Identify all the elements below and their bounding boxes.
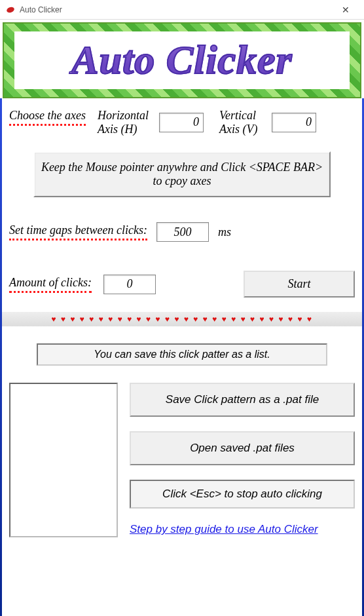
window-titlebar: Auto Clicker ✕ [0, 0, 364, 20]
right-column: Save Click pattern as a .pat file Open s… [130, 383, 355, 537]
close-icon[interactable]: ✕ [333, 5, 359, 15]
v-axis-group: Vertical Axis (V) [219, 109, 316, 136]
axes-row: Choose the axes Horizontal Axis (H) Vert… [9, 109, 355, 136]
time-gap-row: Set time gaps between clicks: ms [9, 222, 355, 242]
save-hint-box: You can save this click patter as a list… [37, 343, 328, 366]
copy-axes-hint: Keep the Mouse pointer anywhre and Click… [33, 151, 331, 197]
banner-title: Auto Clicker [71, 37, 293, 83]
pattern-listbox[interactable] [9, 383, 118, 537]
svg-point-0 [6, 6, 15, 14]
esc-hint: Click <Esc> to stop auto clicking [130, 480, 355, 509]
v-axis-input[interactable] [272, 113, 316, 132]
h-axis-group: Horizontal Axis (H) [98, 109, 204, 136]
divider-hearts: ♥ ♥ ♥ ♥ ♥ ♥ ♥ ♥ ♥ ♥ ♥ ♥ ♥ ♥ ♥ ♥ ♥ ♥ ♥ ♥ … [0, 312, 364, 326]
save-pattern-button[interactable]: Save Click pattern as a .pat file [130, 383, 355, 417]
time-gap-input[interactable] [156, 222, 209, 242]
h-axis-text: Horizontal Axis (H) [98, 109, 156, 136]
h-axis-label: Horizontal Axis (H) [98, 109, 156, 136]
choose-axes-label: Choose the axes [9, 109, 86, 126]
time-gap-unit: ms [218, 225, 231, 239]
open-pattern-button[interactable]: Open saved .pat files [130, 431, 355, 465]
window-title: Auto Clicker [20, 5, 333, 14]
clicks-input[interactable] [103, 275, 156, 294]
main-content: Choose the axes Horizontal Axis (H) Vert… [0, 98, 364, 298]
h-axis-input[interactable] [159, 113, 204, 132]
app-icon [5, 5, 16, 15]
v-axis-text: Vertical Axis (V) [219, 109, 269, 136]
decoration [0, 98, 2, 616]
time-gap-label: Set time gaps between clicks: [9, 223, 147, 241]
clicks-row: Amount of clicks: Start [9, 271, 355, 298]
start-button[interactable]: Start [244, 271, 355, 298]
v-axis-label: Vertical Axis (V) [219, 109, 269, 136]
clicks-label: Amount of clicks: [9, 276, 92, 293]
guide-link[interactable]: Step by step guide to use Auto Clicker [130, 523, 355, 536]
banner-inner: Auto Clicker [14, 31, 349, 88]
app-banner: Auto Clicker [3, 22, 361, 98]
bottom-panel: Save Click pattern as a .pat file Open s… [0, 383, 364, 537]
